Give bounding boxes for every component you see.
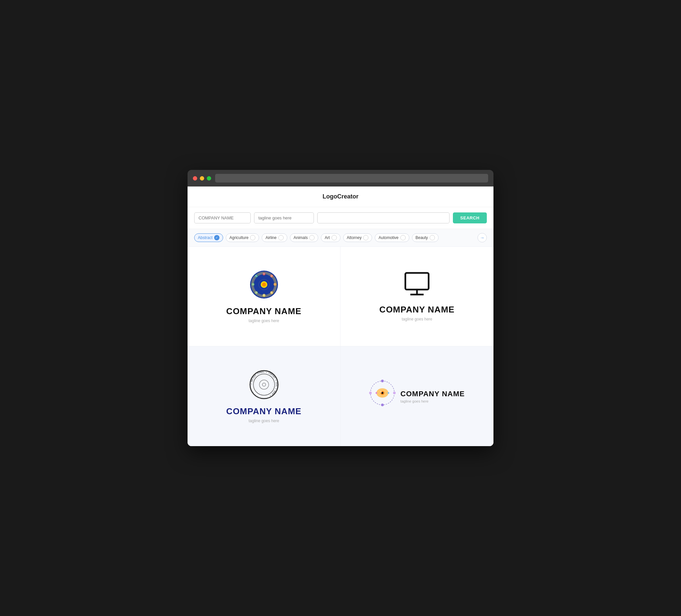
svg-text:♏: ♏ [255,274,258,278]
filter-attorney[interactable]: Attorney [343,233,372,242]
filter-agriculture-label: Agriculture [229,235,248,240]
stamp-svg: ✦ ANCIENT SYMBOL ✦ COMPANY ✦ SEAL ✦ MARK… [249,370,279,400]
filter-airline-label: Airline [266,235,276,240]
agriculture-check-icon [250,235,255,240]
airline-check-icon [278,235,284,240]
filter-agriculture[interactable]: Agriculture [226,233,259,242]
keyword-input[interactable] [317,212,450,223]
logo-4-text-block: COMPANY NAME tagline goes here [400,390,464,403]
svg-point-4 [262,283,266,287]
browser-window: LogoCreator SEARCH Abstract ✓ Agricultur… [187,170,494,446]
svg-rect-13 [405,273,429,289]
svg-point-26 [369,392,372,394]
logo-4-company: COMPANY NAME [400,390,464,398]
filter-automotive[interactable]: Automotive [375,233,409,242]
filter-animals-label: Animals [294,235,308,240]
tagline-input[interactable] [254,212,314,223]
logo-1-tagline: tagline goes here [248,318,279,323]
browser-buttons [193,176,211,181]
logo-card-1[interactable]: ♈ ♉ ♊ ♋ ♌ ♍ ♎ ♏ COMPANY NAME tagline goe… [187,247,340,346]
svg-text:♋: ♋ [270,291,273,294]
logo-card-4[interactable]: COMPANY NAME tagline goes here [340,346,494,446]
logo-3-icon: ✦ ANCIENT SYMBOL ✦ COMPANY ✦ SEAL ✦ MARK… [249,370,279,401]
filter-beauty-label: Beauty [415,235,428,240]
filter-bar: Abstract ✓ Agriculture Airline Animals A… [187,229,494,247]
svg-point-30 [380,391,382,393]
animals-check-icon [309,235,314,240]
close-button[interactable] [193,176,197,181]
filter-art-label: Art [325,235,330,240]
filter-abstract-label: Abstract [198,235,212,240]
logo-card-3[interactable]: ✦ ANCIENT SYMBOL ✦ COMPANY ✦ SEAL ✦ MARK… [187,346,340,446]
orbit-svg [369,380,396,406]
address-bar[interactable] [215,174,488,182]
beauty-check-icon [430,235,435,240]
app-title: LogoCreator [323,193,358,200]
svg-point-29 [381,392,383,394]
filter-attorney-label: Attorney [347,235,362,240]
filter-abstract[interactable]: Abstract ✓ [194,233,223,242]
presentation-svg [402,271,432,298]
svg-text:♍: ♍ [255,291,258,294]
filter-airline[interactable]: Airline [262,233,287,242]
minimize-button[interactable] [200,176,204,181]
svg-text:♊: ♊ [273,283,277,286]
svg-point-17 [253,374,275,395]
logo-card-2[interactable]: COMPANY NAME tagline goes here [340,247,494,346]
browser-titlebar [187,170,494,186]
svg-text:♈: ♈ [262,272,266,276]
filter-automotive-label: Automotive [378,235,398,240]
filter-art[interactable]: Art [321,233,340,242]
filter-animals[interactable]: Animals [290,233,319,242]
filter-next-button[interactable]: → [478,233,487,242]
automotive-check-icon [400,235,406,240]
logo-1-icon: ♈ ♉ ♊ ♋ ♌ ♍ ♎ ♏ [249,270,279,301]
logo-2-company: COMPANY NAME [379,305,455,315]
logo-2-tagline: tagline goes here [402,317,432,322]
svg-point-31 [376,392,377,394]
svg-point-18 [259,380,269,389]
logo-1-company: COMPANY NAME [226,306,301,316]
filter-beauty[interactable]: Beauty [412,233,438,242]
logo-2-icon [402,271,432,299]
abstract-check-icon: ✓ [214,235,220,240]
svg-point-25 [381,404,384,406]
svg-text:♌: ♌ [262,293,266,297]
svg-point-19 [262,383,266,386]
maximize-button[interactable] [207,176,211,181]
logo-3-tagline: tagline goes here [248,418,279,423]
search-bar: SEARCH [187,207,494,229]
logo-3-company: COMPANY NAME [226,406,301,416]
logo-grid: ♈ ♉ ♊ ♋ ♌ ♍ ♎ ♏ COMPANY NAME tagline goe… [187,247,494,446]
attorney-check-icon [363,235,369,240]
svg-point-32 [388,392,389,394]
browser-content: LogoCreator SEARCH Abstract ✓ Agricultur… [187,186,494,446]
logo-4-orbit-container: COMPANY NAME tagline goes here [369,380,464,413]
logo-4-tagline: tagline goes here [400,399,464,403]
company-name-input[interactable] [194,212,251,223]
svg-point-24 [393,392,396,394]
art-check-icon [331,235,337,240]
zodiac-wheel-svg: ♈ ♉ ♊ ♋ ♌ ♍ ♎ ♏ [249,270,279,300]
svg-point-23 [381,380,384,382]
svg-text:♉: ♉ [270,274,273,278]
logo-4-icon [369,380,396,408]
svg-text:♎: ♎ [251,283,255,286]
search-button[interactable]: SEARCH [453,212,487,223]
app-header: LogoCreator [187,186,494,207]
